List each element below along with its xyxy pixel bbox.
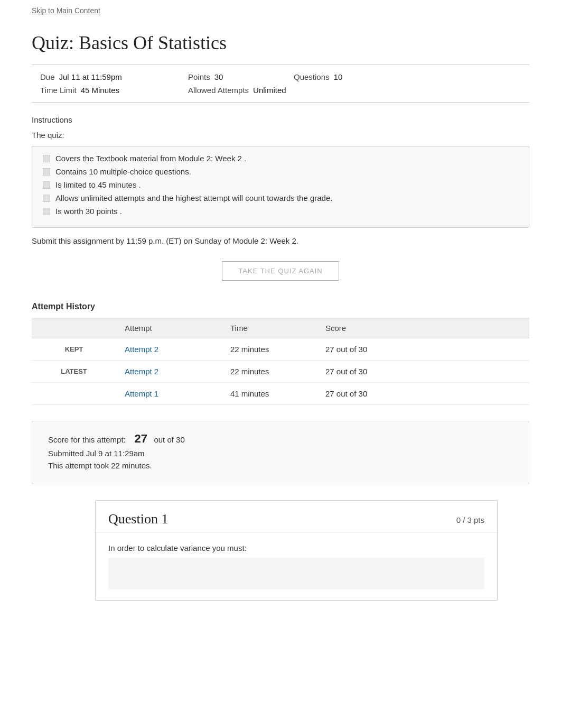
allowed-attempts-label: Allowed Attempts bbox=[188, 86, 249, 95]
due-label: Due bbox=[40, 72, 55, 81]
allowed-attempts-value: Unlimited bbox=[253, 86, 286, 95]
attempt-row-link[interactable]: Attempt 2 bbox=[116, 361, 222, 383]
attempt-row-link[interactable]: Attempt 2 bbox=[116, 338, 222, 361]
bullet-icon bbox=[43, 168, 50, 176]
questions-label: Questions bbox=[294, 72, 330, 81]
question-1-header: Question 1 0 / 3 pts bbox=[96, 501, 497, 533]
bullet-icon bbox=[43, 208, 50, 215]
attempt-row-time: 22 minutes bbox=[222, 361, 317, 383]
table-row: LATESTAttempt 222 minutes27 out of 30 bbox=[32, 361, 529, 383]
attempt-link[interactable]: Attempt 2 bbox=[125, 367, 158, 376]
list-item-text: Allows unlimited attempts and the highes… bbox=[55, 193, 332, 202]
quiz-meta-box: Due Jul 11 at 11:59pm Points 30 Question… bbox=[32, 64, 529, 103]
points-label: Points bbox=[188, 72, 210, 81]
attempt-link[interactable]: Attempt 2 bbox=[125, 345, 158, 354]
attempt-table: Attempt Time Score KEPTAttempt 222 minut… bbox=[32, 318, 529, 405]
question-1-box: Question 1 0 / 3 pts In order to calcula… bbox=[95, 500, 498, 601]
score-summary-box: Score for this attempt: 27 out of 30 Sub… bbox=[32, 421, 529, 484]
bullet-icon bbox=[43, 195, 50, 202]
list-item: Covers the Textbook material from Module… bbox=[43, 154, 518, 163]
table-row: KEPTAttempt 222 minutes27 out of 30 bbox=[32, 338, 529, 361]
question-1-answer-area bbox=[108, 558, 484, 589]
list-item: Is worth 30 points . bbox=[43, 207, 518, 216]
questions-meta: Questions 10 bbox=[294, 72, 521, 81]
skip-link[interactable]: Skip to Main Content bbox=[0, 0, 561, 21]
attempt-history-title: Attempt History bbox=[32, 302, 529, 311]
instructions-box: Covers the Textbook material from Module… bbox=[32, 146, 529, 228]
take-quiz-button[interactable]: TAKE THE QUIZ AGAIN bbox=[222, 261, 339, 281]
attempt-row-link[interactable]: Attempt 1 bbox=[116, 383, 222, 405]
bullet-icon bbox=[43, 181, 50, 189]
col-header-label bbox=[32, 318, 116, 338]
instructions-list: Covers the Textbook material from Module… bbox=[43, 154, 518, 216]
attempt-row-label: KEPT bbox=[32, 338, 116, 361]
time-limit-meta: Time Limit 45 Minutes bbox=[40, 86, 188, 95]
attempt-row-time: 41 minutes bbox=[222, 383, 317, 405]
attempt-row-score: 27 out of 30 bbox=[317, 361, 529, 383]
bullet-icon bbox=[43, 155, 50, 162]
list-item: Contains 10 multiple-choice questions. bbox=[43, 167, 518, 176]
question-1-text: In order to calculate variance you must: bbox=[108, 543, 484, 552]
score-out-of: out of 30 bbox=[154, 435, 184, 444]
attempt-row-score: 27 out of 30 bbox=[317, 338, 529, 361]
attempt-history-section: Attempt History Attempt Time Score KEPTA… bbox=[32, 302, 529, 405]
due-meta: Due Jul 11 at 11:59pm bbox=[40, 72, 188, 81]
attempt-link[interactable]: Attempt 1 bbox=[125, 389, 158, 398]
score-for-attempt-line: Score for this attempt: 27 out of 30 bbox=[48, 432, 513, 446]
score-label: Score for this attempt: bbox=[48, 435, 126, 444]
quiz-title: Quiz: Basics Of Statistics bbox=[32, 32, 529, 54]
attempt-table-header: Attempt Time Score bbox=[32, 318, 529, 338]
question-1-title: Question 1 bbox=[108, 511, 168, 527]
score-number: 27 bbox=[134, 432, 147, 445]
list-item-text: Is worth 30 points . bbox=[55, 207, 122, 216]
submit-text: Submit this assignment by 11:59 p.m. (ET… bbox=[32, 236, 529, 245]
list-item-text: Covers the Textbook material from Module… bbox=[55, 154, 246, 163]
took-line: This attempt took 22 minutes. bbox=[48, 461, 513, 470]
due-value: Jul 11 at 11:59pm bbox=[59, 72, 122, 81]
attempt-row-label bbox=[32, 383, 116, 405]
instructions-intro: The quiz: bbox=[32, 131, 529, 140]
instructions-section: Instructions The quiz: Covers the Textbo… bbox=[32, 115, 529, 245]
questions-value: 10 bbox=[334, 72, 343, 81]
col-header-time: Time bbox=[222, 318, 317, 338]
list-item: Is limited to 45 minutes . bbox=[43, 180, 518, 189]
time-limit-label: Time Limit bbox=[40, 86, 77, 95]
attempt-row-score: 27 out of 30 bbox=[317, 383, 529, 405]
time-limit-value: 45 Minutes bbox=[81, 86, 119, 95]
list-item-text: Is limited to 45 minutes . bbox=[55, 180, 141, 189]
question-1-body: In order to calculate variance you must: bbox=[96, 533, 497, 600]
col-header-attempt: Attempt bbox=[116, 318, 222, 338]
attempt-row-label: LATEST bbox=[32, 361, 116, 383]
col-header-score: Score bbox=[317, 318, 529, 338]
list-item-text: Contains 10 multiple-choice questions. bbox=[55, 167, 191, 176]
list-item: Allows unlimited attempts and the highes… bbox=[43, 193, 518, 202]
instructions-label: Instructions bbox=[32, 115, 529, 124]
points-value: 30 bbox=[214, 72, 223, 81]
attempt-row-time: 22 minutes bbox=[222, 338, 317, 361]
table-row: Attempt 141 minutes27 out of 30 bbox=[32, 383, 529, 405]
points-meta: Points 30 bbox=[188, 72, 294, 81]
question-1-pts: 0 / 3 pts bbox=[456, 515, 484, 524]
allowed-attempts-meta: Allowed Attempts Unlimited bbox=[188, 86, 294, 95]
take-quiz-container: TAKE THE QUIZ AGAIN bbox=[32, 261, 529, 281]
submitted-line: Submitted Jul 9 at 11:29am bbox=[48, 449, 513, 458]
